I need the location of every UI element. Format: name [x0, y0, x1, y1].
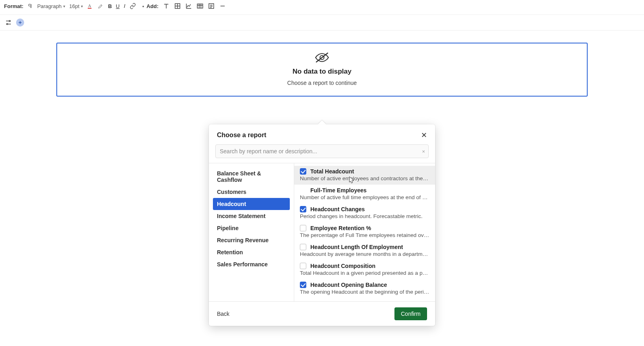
report-item-length-of-employment[interactable]: Headcount Length Of Employment Headcount… [294, 241, 435, 260]
choose-report-dialog: Choose a report ✕ × Balance Sheet & Cash… [209, 124, 435, 326]
dialog-footer: Back Confirm [209, 301, 435, 326]
add-table-icon[interactable] [196, 2, 204, 10]
clear-search-icon[interactable]: × [422, 148, 425, 154]
placeholder-subtitle: Choose a report to continue [287, 80, 357, 86]
highlight-color-button[interactable] [97, 3, 104, 9]
svg-rect-2 [197, 4, 203, 8]
category-item-recurring-revenue[interactable]: Recurring Revenue [213, 234, 290, 246]
eye-slash-icon [314, 52, 330, 63]
report-name: Full-Time Employees [310, 187, 367, 194]
add-chart-icon[interactable] [185, 2, 192, 10]
report-desc: Total Headcount in a given period presen… [300, 270, 429, 276]
dialog-title: Choose a report [217, 132, 266, 139]
report-search-input[interactable] [216, 145, 428, 158]
report-desc: Headcount by average tenure months in a … [300, 251, 429, 257]
report-item-total-headcount[interactable]: Total Headcount Number of active employe… [294, 166, 435, 185]
report-checkbox[interactable] [300, 206, 306, 212]
dialog-search-row: × [209, 144, 435, 163]
svg-rect-1 [88, 8, 91, 9]
paragraph-style-label: Paragraph [37, 3, 62, 9]
report-checkbox-spacer [300, 187, 306, 194]
report-name: Employee Retention % [310, 225, 371, 231]
category-item-customers[interactable]: Customers [213, 186, 290, 198]
dialog-header: Choose a report ✕ [209, 124, 435, 144]
report-name: Total Headcount [310, 168, 354, 175]
report-name: Headcount Length Of Employment [310, 244, 403, 250]
italic-button[interactable]: I [124, 3, 125, 9]
report-item-headcount-composition[interactable]: Headcount Composition Total Headcount in… [294, 260, 435, 279]
category-item-retention[interactable]: Retention [213, 246, 290, 258]
add-section-icon[interactable] [208, 2, 215, 10]
secondary-toolbar [0, 14, 644, 31]
font-size-label: 16pt [69, 3, 79, 9]
settings-sliders-icon[interactable] [4, 18, 13, 27]
category-item-sales-performance[interactable]: Sales Performance [213, 258, 290, 270]
add-divider-icon[interactable] [219, 2, 226, 10]
report-checkbox[interactable] [300, 225, 306, 231]
format-toolbar: Format: Paragraph ▾ 16pt ▾ A B U I •Add: [0, 0, 644, 12]
chevron-down-icon: ▾ [63, 4, 65, 8]
add-text-icon[interactable] [163, 2, 170, 10]
report-desc: Number of active full time employees at … [300, 194, 429, 200]
add-block-button[interactable] [16, 19, 24, 27]
category-item-balance-sheet[interactable]: Balance Sheet & Cashflow [213, 167, 290, 186]
bold-button[interactable]: B [108, 3, 111, 9]
link-button[interactable] [130, 3, 136, 9]
report-name: Headcount Composition [310, 263, 376, 269]
dialog-notch [318, 120, 326, 124]
report-item-employee-retention[interactable]: Employee Retention % The percentage of F… [294, 222, 435, 241]
search-box: × [215, 144, 429, 158]
report-desc: Number of active employees and contracto… [300, 175, 429, 181]
chevron-down-icon: ▾ [81, 4, 83, 8]
report-item-opening-balance[interactable]: Headcount Opening Balance The opening He… [294, 279, 435, 298]
category-list: Balance Sheet & Cashflow Customers Headc… [209, 163, 294, 301]
report-desc: The percentage of Full Time employees re… [300, 232, 429, 238]
add-grid-icon[interactable] [174, 2, 181, 10]
font-size-select[interactable]: 16pt ▾ [69, 3, 83, 9]
document-canvas: No data to display Choose a report to co… [0, 31, 644, 97]
report-desc: The opening Headcount at the beginning o… [300, 289, 429, 295]
add-label: •Add: [142, 3, 159, 9]
close-icon[interactable]: ✕ [421, 131, 427, 140]
svg-point-4 [9, 21, 10, 22]
category-item-pipeline[interactable]: Pipeline [213, 222, 290, 234]
report-checkbox[interactable] [300, 244, 306, 250]
format-label: Format: [4, 3, 23, 9]
category-item-income-statement[interactable]: Income Statement [213, 210, 290, 222]
category-item-headcount[interactable]: Headcount [213, 198, 290, 210]
paragraph-style-select[interactable]: Paragraph ▾ [37, 3, 65, 9]
report-item-full-time-employees[interactable]: Full-Time Employees Number of active ful… [294, 185, 435, 204]
svg-text:A: A [88, 4, 91, 8]
report-checkbox[interactable] [300, 282, 306, 288]
text-color-button[interactable]: A [87, 3, 93, 9]
report-name: Headcount Opening Balance [310, 282, 387, 288]
report-name: Headcount Changes [310, 206, 365, 212]
report-checkbox[interactable] [300, 168, 306, 175]
paragraph-glyph-icon[interactable] [27, 3, 33, 9]
report-checkbox[interactable] [300, 263, 306, 269]
svg-point-5 [7, 23, 8, 25]
report-item-headcount-changes[interactable]: Headcount Changes Period changes in head… [294, 204, 435, 222]
underline-button[interactable]: U [116, 3, 120, 9]
back-button[interactable]: Back [217, 311, 229, 317]
report-list: Total Headcount Number of active employe… [294, 163, 435, 301]
confirm-button[interactable]: Confirm [394, 307, 427, 320]
report-placeholder-box[interactable]: No data to display Choose a report to co… [56, 43, 588, 97]
report-desc: Period changes in headcount. Forecastabl… [300, 213, 429, 219]
dialog-body: Balance Sheet & Cashflow Customers Headc… [209, 163, 435, 301]
placeholder-title: No data to display [293, 68, 351, 76]
